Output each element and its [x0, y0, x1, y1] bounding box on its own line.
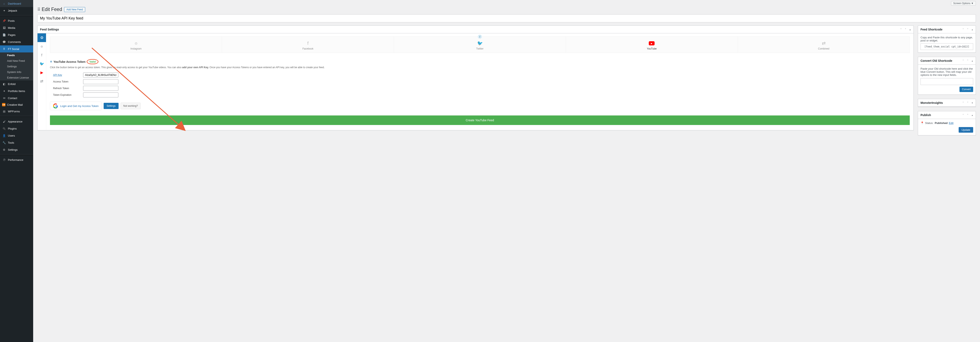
token-desc: Click the button below to get an access …: [50, 66, 910, 69]
sidebar-item-label: Appearance: [8, 120, 22, 123]
feed-type-instagram[interactable]: ⌾ Instagram: [50, 37, 222, 52]
panel-move-up-icon[interactable]: ˄: [961, 58, 966, 64]
instagram-icon: ⌾: [52, 40, 220, 46]
feed-type-facebook[interactable]: f Facebook: [222, 37, 394, 52]
feed-type-combined[interactable]: ⇄ Combined: [738, 37, 910, 52]
panel-move-down-icon[interactable]: ˅: [966, 27, 970, 32]
submenu-settings[interactable]: Settings: [0, 64, 33, 69]
not-working-button[interactable]: Not working?: [121, 103, 140, 109]
access-token-input[interactable]: [83, 79, 118, 84]
panel-move-down-icon[interactable]: ˅: [966, 100, 970, 106]
feed-type-youtube[interactable]: ▶ YouTube: [566, 37, 738, 52]
submenu-add-new-feed[interactable]: Add New Feed: [0, 58, 33, 64]
sidebar-item-portfolio[interactable]: ✦Portfolio Items: [0, 87, 33, 94]
info-icon[interactable]: i: [478, 35, 482, 39]
convert-old-input[interactable]: [921, 78, 973, 85]
sidebar-item-posts[interactable]: 📌Posts: [0, 17, 33, 24]
update-button[interactable]: Update: [959, 127, 973, 133]
panel-toggle-icon[interactable]: ▴: [970, 112, 975, 118]
sidebar-item-label: Creative Mail: [7, 103, 23, 107]
tab-facebook[interactable]: f: [38, 51, 46, 59]
sidebar-item-label: Dashboard: [8, 2, 21, 5]
feed-header-icon: ⠿: [37, 7, 40, 12]
contact-icon: ✉: [2, 96, 6, 100]
token-settings-button[interactable]: Settings: [103, 103, 118, 109]
feed-shortcode-desc: Copy and Paste this shortcode to any pag…: [921, 36, 973, 42]
token-title: YouTube Access Token: [54, 60, 85, 64]
combined-icon: ⇄: [740, 40, 907, 46]
dashboard-icon: ⌂: [2, 2, 6, 6]
sidebar-item-appearance[interactable]: 🖌Appearance: [0, 118, 33, 125]
cm-icon: CM: [2, 103, 5, 107]
sidebar-item-label: Posts: [8, 19, 15, 22]
wpforms-icon: ▤: [2, 109, 6, 113]
tab-youtube[interactable]: ▶: [38, 68, 46, 77]
sidebar-item-ft-social[interactable]: ⠿FT Social: [0, 45, 33, 52]
submenu-extension-license[interactable]: Extension License: [0, 75, 33, 80]
panel-move-up-icon[interactable]: ˄: [961, 112, 966, 118]
sidebar-item-label: Tools: [8, 141, 14, 144]
sidebar-item-label: Add New Feed: [7, 59, 25, 62]
panel-move-up-icon[interactable]: ˄: [961, 27, 966, 32]
sidebar-item-dashboard[interactable]: ⌂Dashboard: [0, 0, 33, 7]
token-expiration-input[interactable]: [83, 92, 118, 97]
panel-move-down-icon[interactable]: ˅: [966, 58, 970, 64]
panel-move-down-icon[interactable]: ˅: [966, 112, 970, 118]
sidebar-item-pages[interactable]: 📄Pages: [0, 31, 33, 38]
vertical-tabs: ⚙ ⌾ f 🐦 ▶ ⇄: [38, 33, 46, 130]
submenu-feeds[interactable]: Feeds: [0, 52, 33, 58]
google-login-button[interactable]: Login and Get my Access Token: [50, 102, 102, 110]
page-title: Edit Feed: [42, 6, 62, 12]
sidebar-item-wpforms[interactable]: ▤WPForms: [0, 108, 33, 115]
panel-toggle-icon[interactable]: ▴: [908, 27, 912, 32]
panel-toggle-icon[interactable]: ▴: [970, 58, 975, 64]
sidebar-item-creative-mail[interactable]: CMCreative Mail: [0, 102, 33, 108]
feed-shortcode-metabox: Feed Shortcode ˄ ˅ ▴ Copy and Paste this…: [918, 25, 976, 52]
feed-type-label: Instagram: [52, 47, 220, 50]
panel-toggle-icon[interactable]: ▴: [970, 27, 975, 32]
sidebar-item-label: Performance: [8, 158, 23, 161]
feed-type-twitter[interactable]: 🐦 Twitter: [394, 37, 566, 52]
tab-twitter[interactable]: 🐦: [38, 59, 46, 68]
youtube-icon: ▶: [40, 70, 43, 75]
panel-move-up-icon[interactable]: ˄: [961, 100, 966, 106]
feed-shortcode-value[interactable]: [feed_them_social cpt_id=1822]: [921, 43, 973, 50]
sidebar-item-media[interactable]: 🖼Media: [0, 24, 33, 31]
convert-button[interactable]: Convert: [959, 87, 973, 92]
panel-toggle-icon[interactable]: ▾: [970, 100, 975, 106]
convert-old-shortcode-metabox: Convert Old Shortcode ˄ ˅ ▴ Paste your O…: [918, 57, 976, 95]
create-youtube-feed-button[interactable]: Create YouTube Feed: [50, 115, 910, 125]
sidebar-item-settings[interactable]: ⚙Settings: [0, 146, 33, 153]
sidebar-item-users[interactable]: 👤Users: [0, 132, 33, 139]
feed-type-label: Combined: [740, 47, 907, 50]
google-icon: [53, 103, 58, 108]
sidebar-item-performance[interactable]: ⏱Performance: [0, 156, 33, 163]
sidebar-item-contact[interactable]: ✉Contact: [0, 94, 33, 102]
facebook-icon: f: [41, 53, 42, 57]
publish-edit-link[interactable]: Edit: [949, 121, 953, 124]
tab-instagram[interactable]: ⌾: [38, 42, 46, 51]
screen-options-button[interactable]: Screen Options ▼: [951, 1, 976, 6]
tab-combined[interactable]: ⇄: [38, 77, 46, 86]
screen-options-label: Screen Options: [953, 2, 970, 5]
sidebar-item-comments[interactable]: 💬Comments: [0, 38, 33, 45]
sidebar-item-tools[interactable]: 🔧Tools: [0, 139, 33, 146]
sidebar-item-jetpack[interactable]: ✦Jetpack: [0, 7, 33, 14]
api-key-label-link[interactable]: API Key: [53, 73, 62, 76]
panel-move-up-icon[interactable]: ˄: [899, 27, 903, 32]
brush-icon: 🖌: [2, 119, 6, 124]
sidebar-item-label: WPForms: [8, 110, 20, 113]
feed-title-input[interactable]: [37, 14, 976, 22]
submenu-system-info[interactable]: System Info: [0, 69, 33, 75]
sidebar-item-plugins[interactable]: 🔌Plugins: [0, 125, 33, 132]
tab-gear[interactable]: ⚙: [38, 33, 46, 42]
panel-move-down-icon[interactable]: ˅: [903, 27, 908, 32]
facebook-icon: f: [224, 40, 391, 46]
sidebar-item-label: Pages: [8, 33, 16, 37]
combined-icon: ⇄: [40, 79, 43, 84]
api-key-input[interactable]: [83, 73, 118, 78]
add-new-feed-button[interactable]: Add New Feed: [64, 7, 85, 12]
gear-icon: ✲: [50, 60, 52, 63]
refresh-token-input[interactable]: [83, 86, 118, 91]
sidebar-item-enfold[interactable]: ◧Enfold: [0, 80, 33, 87]
